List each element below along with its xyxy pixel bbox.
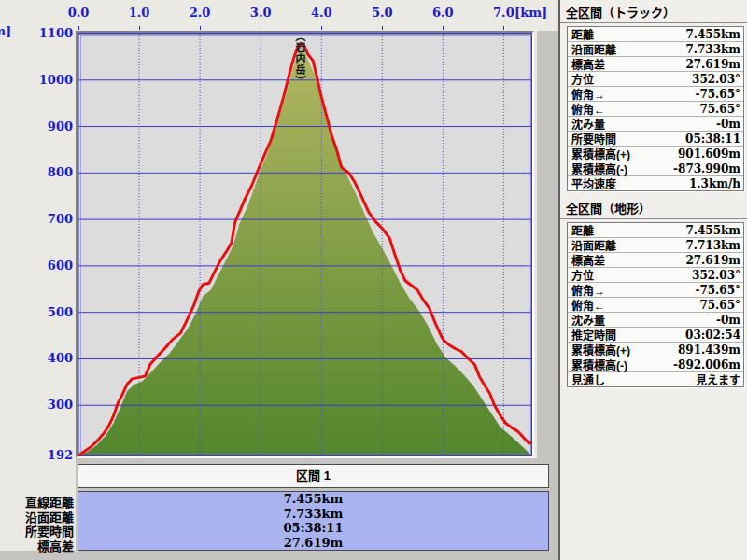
elevation-plot[interactable] — [78, 33, 532, 456]
stat-value: 27.619m — [685, 58, 740, 71]
stat-value: 05:38:11 — [685, 133, 740, 146]
stat-row: 平均速度1.3km/h — [568, 176, 743, 190]
stat-value: 7.455km — [685, 28, 740, 41]
stat-value: -873.990m — [673, 162, 740, 175]
stat-value: -75.65° — [695, 88, 740, 101]
stat-label: 累積標高(+) — [571, 342, 630, 357]
stats-section-terrain-title: 全区間（地形） — [560, 196, 747, 219]
elevation-profile-window: [m] [km] 0.01.02.03.04.05.06.07.0 110010… — [0, 0, 747, 560]
stats-panel: 全区間（トラック） 距離7.455km沿面距離7.733km標高差27.619m… — [558, 0, 747, 560]
y-axis-tick-label: 600 — [0, 259, 73, 273]
y-axis-tick-label: 300 — [0, 398, 73, 412]
stat-value: 75.65° — [699, 299, 740, 312]
stat-label: 見通し — [571, 371, 605, 387]
stat-label: 累積標高(-) — [571, 161, 627, 176]
stat-row: 累積標高(-)-873.990m — [568, 161, 743, 176]
stat-value: -75.65° — [695, 284, 740, 297]
x-axis-tick-mark — [200, 26, 201, 30]
stat-label: 沿面距離 — [571, 41, 616, 57]
y-axis-tick-label: 900 — [0, 119, 73, 133]
x-axis-tick-label: 6.0 — [432, 6, 454, 20]
y-axis-tick-label: 1000 — [0, 73, 73, 87]
y-axis-tick-label: 1100 — [0, 26, 73, 40]
stat-row: 沿面距離7.733km — [568, 42, 743, 57]
y-axis-tick-label: 192 — [0, 448, 73, 462]
stat-row: 俯角→-75.65° — [568, 283, 743, 298]
stat-value: -892.006m — [673, 358, 740, 371]
stat-label: 平均速度 — [571, 175, 616, 191]
stat-row: 標高差27.619m — [568, 253, 743, 268]
segment-value: 27.619m — [78, 536, 548, 551]
x-axis-tick-label: 0.0 — [68, 6, 90, 20]
stat-value: 見えます — [696, 371, 740, 387]
stat-value: 352.03° — [692, 269, 740, 282]
stat-label: 累積標高(-) — [571, 357, 627, 372]
x-axis-tick-mark — [139, 26, 140, 30]
stat-row: 累積標高(+)891.439m — [568, 343, 743, 357]
chart-panel: [m] [km] 0.01.02.03.04.05.06.07.0 110010… — [0, 0, 558, 560]
stat-row: 推定時間03:02:54 — [568, 328, 743, 343]
x-axis-tick-mark — [382, 26, 383, 30]
x-axis-tick-mark — [321, 26, 322, 30]
stat-row: 俯角←75.65° — [568, 102, 743, 117]
x-axis-tick-mark — [261, 26, 261, 30]
stat-value: 7.713km — [685, 239, 740, 252]
stat-row: 沈み量-0m — [568, 313, 743, 328]
stat-label: 推定時間 — [571, 327, 616, 343]
stat-row: 俯角←75.65° — [568, 298, 743, 313]
stat-value: 891.439m — [678, 343, 740, 357]
x-axis-unit-label: [km] — [514, 6, 547, 20]
stat-row: 累積標高(-)-892.006m — [568, 357, 743, 372]
x-axis-tick-label: 7.0 — [493, 6, 514, 20]
x-axis-tick-label: 1.0 — [129, 6, 150, 20]
segment-header: 区間 1 — [78, 464, 549, 488]
stat-label: 標高差 — [571, 252, 605, 268]
stat-label: 距離 — [571, 26, 594, 42]
x-axis-tick-label: 5.0 — [372, 6, 393, 20]
stat-value: 27.619m — [685, 254, 740, 267]
stat-label: 沈み量 — [571, 116, 605, 132]
stat-row: 所要時間05:38:11 — [568, 132, 743, 147]
segment-value: 7.455km — [78, 492, 548, 507]
stat-row: 俯角→-75.65° — [568, 87, 743, 102]
stat-row: 累積標高(+)901.609m — [568, 147, 743, 161]
stats-section-terrain: 全区間（地形） 距離7.455km沿面距離7.713km標高差27.619m方位… — [560, 196, 747, 387]
stat-row: 沿面距離7.713km — [568, 238, 743, 253]
stat-label: 方位 — [571, 71, 594, 87]
stat-row: 標高差27.619m — [568, 57, 743, 72]
segment-row-label: 標高差 — [0, 537, 74, 554]
stat-value: 7.733km — [685, 43, 740, 56]
stat-value: 901.609m — [678, 147, 740, 161]
stat-row: 方位352.03° — [568, 268, 743, 283]
stats-table-terrain: 距離7.455km沿面距離7.713km標高差27.619m方位352.03°俯… — [567, 222, 744, 387]
stat-value: 7.455km — [685, 224, 740, 237]
stat-label: 標高差 — [571, 56, 605, 72]
stat-label: 俯角← — [571, 297, 605, 313]
stat-label: 沈み量 — [571, 312, 605, 328]
stats-table-track: 距離7.455km沿面距離7.733km標高差27.619m方位352.03°俯… — [567, 26, 744, 191]
stat-label: 累積標高(+) — [571, 146, 630, 161]
y-axis-tick-label: 400 — [0, 351, 73, 365]
peak-annotation: （岩内岳） — [294, 31, 304, 87]
plot-frame: （岩内岳） — [76, 31, 534, 458]
stat-row: 距離7.455km — [568, 27, 743, 42]
stats-section-track: 全区間（トラック） 距離7.455km沿面距離7.733km標高差27.619m… — [560, 0, 747, 191]
y-axis-tick-label: 800 — [0, 165, 73, 179]
stat-row: 沈み量-0m — [568, 117, 743, 132]
stat-label: 所要時間 — [571, 131, 616, 147]
stat-value: 1.3km/h — [689, 177, 740, 190]
x-axis-tick-label: 4.0 — [311, 6, 332, 20]
stat-row: 方位352.03° — [568, 72, 743, 87]
x-axis-tick-mark — [443, 26, 444, 30]
stat-value: 75.65° — [699, 103, 740, 116]
stat-label: 距離 — [571, 222, 594, 238]
stat-value: 352.03° — [692, 73, 740, 86]
y-axis-tick-label: 700 — [0, 212, 73, 226]
y-axis-tick-label: 500 — [0, 305, 73, 319]
x-axis-tick-mark — [503, 26, 504, 30]
stat-label: 俯角→ — [571, 86, 605, 102]
stat-value: 03:02:54 — [685, 329, 740, 342]
x-axis-tick-label: 2.0 — [190, 6, 211, 20]
stat-label: 俯角→ — [571, 282, 605, 298]
terrain-area — [78, 49, 531, 455]
